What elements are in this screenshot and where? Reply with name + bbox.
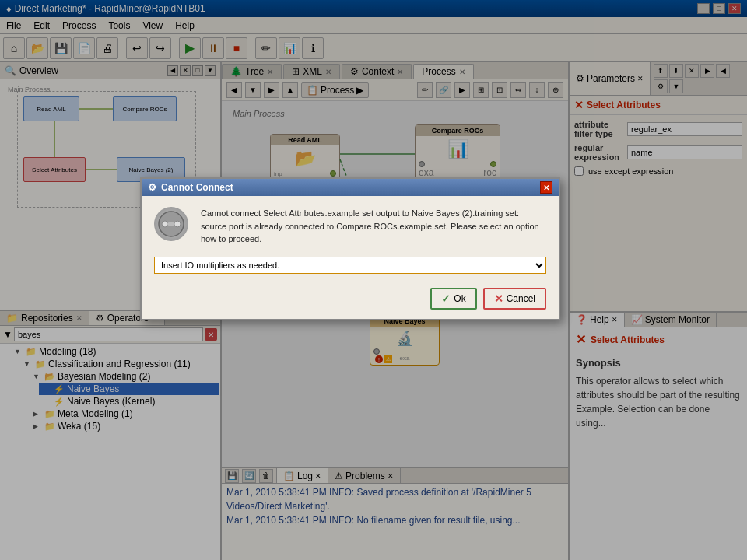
dialog-body: Cannot connect Select Attributes.example… — [142, 196, 559, 257]
cancel-label: Cancel — [507, 293, 535, 304]
dialog-close-button[interactable]: ✕ — [540, 181, 552, 194]
connection-icon — [154, 207, 188, 241]
cancel-x-icon: ✕ — [494, 292, 503, 305]
ok-check-icon: ✓ — [441, 292, 451, 305]
dialog-ok-button[interactable]: ✓ Ok — [430, 288, 476, 310]
dialog-buttons: ✓ Ok ✕ Cancel — [142, 282, 559, 319]
dialog-icon-area — [154, 207, 191, 241]
svg-point-6 — [162, 221, 168, 227]
svg-point-7 — [174, 221, 181, 227]
dialog-icon: ⚙ — [148, 182, 156, 193]
dialog-overlay: ⚙ Cannot Connect ✕ Cannot connect Select… — [0, 0, 747, 560]
dialog-titlebar[interactable]: ⚙ Cannot Connect ✕ — [142, 179, 559, 196]
cannot-connect-dialog: ⚙ Cannot Connect ✕ Cannot connect Select… — [140, 177, 560, 320]
dialog-message: Cannot connect Select Attributes.example… — [201, 207, 546, 246]
ok-label: Ok — [454, 293, 465, 304]
dialog-title: Cannot Connect — [161, 182, 233, 193]
dialog-dropdown-row: Insert IO multipliers as needed.Disconne… — [142, 257, 559, 282]
svg-rect-8 — [167, 222, 175, 226]
dialog-cancel-button[interactable]: ✕ Cancel — [483, 288, 546, 310]
dialog-option-select[interactable]: Insert IO multipliers as needed.Disconne… — [154, 257, 546, 274]
